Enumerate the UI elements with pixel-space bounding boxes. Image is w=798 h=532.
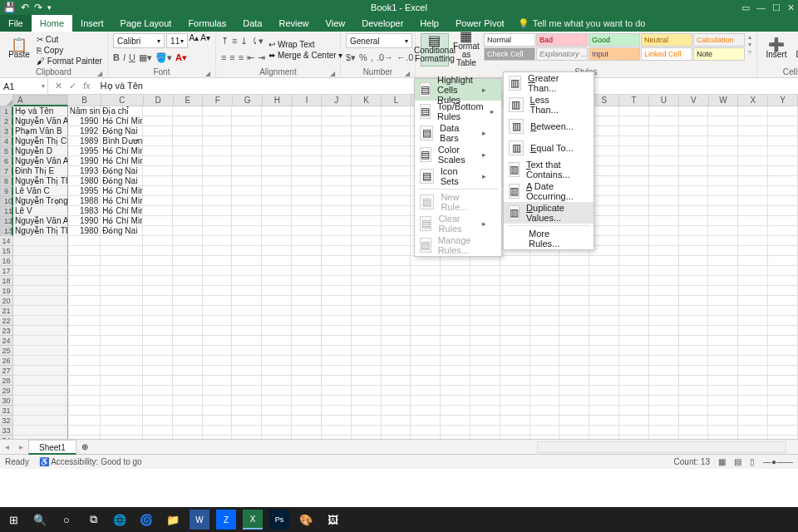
cell-F7[interactable] — [203, 166, 233, 176]
cell-P29[interactable] — [500, 386, 530, 396]
cell-J23[interactable] — [322, 326, 352, 336]
cell-I5[interactable] — [292, 146, 322, 156]
cell-E3[interactable] — [173, 126, 203, 136]
cell-K2[interactable] — [352, 116, 382, 126]
cell-B26[interactable] — [68, 356, 101, 366]
cell-K33[interactable] — [352, 426, 382, 436]
cell-C8[interactable]: Đồng Nai — [101, 176, 143, 186]
cell-R21[interactable] — [559, 306, 589, 316]
cell-S25[interactable] — [589, 346, 619, 356]
cell-D9[interactable] — [143, 186, 173, 196]
cell-F26[interactable] — [203, 356, 233, 366]
cell-X2[interactable] — [738, 116, 768, 126]
cell-C28[interactable] — [101, 376, 143, 386]
cell-Y13[interactable] — [768, 226, 798, 236]
cell-D15[interactable] — [143, 246, 173, 256]
cell-O23[interactable] — [470, 326, 500, 336]
cell-N20[interactable] — [441, 296, 470, 306]
cell-B25[interactable] — [68, 346, 101, 356]
cortana-icon[interactable]: ○ — [57, 510, 76, 530]
menu-item-equal-to-[interactable]: ▥Equal To... — [504, 137, 594, 159]
cell-P25[interactable] — [500, 346, 530, 356]
cell-C32[interactable] — [101, 416, 143, 426]
cell-E1[interactable] — [173, 106, 203, 116]
row-header-18[interactable]: 18 — [0, 276, 13, 286]
style-note[interactable]: Note — [693, 47, 745, 61]
cell-X14[interactable] — [738, 236, 768, 246]
cell-O18[interactable] — [470, 276, 500, 286]
cell-E22[interactable] — [173, 316, 203, 326]
cell-R18[interactable] — [559, 276, 589, 286]
cell-O24[interactable] — [470, 336, 500, 346]
cell-B24[interactable] — [68, 336, 101, 346]
cell-Y6[interactable] — [768, 156, 798, 166]
cell-N17[interactable] — [441, 266, 470, 276]
cell-Q19[interactable] — [530, 286, 560, 296]
cell-K8[interactable] — [352, 176, 382, 186]
style-check-cell[interactable]: Check Cell — [484, 47, 535, 61]
cell-Y10[interactable] — [768, 196, 798, 206]
cell-W25[interactable] — [708, 346, 738, 356]
cell-A4[interactable]: Nguyễn Thị C — [13, 136, 68, 146]
cell-M31[interactable] — [411, 406, 441, 416]
row-header-4[interactable]: 4 — [0, 136, 13, 146]
cell-V22[interactable] — [679, 316, 709, 326]
clipboard-dialog-icon[interactable]: ◢ — [97, 70, 102, 77]
cell-N19[interactable] — [441, 286, 470, 296]
cell-W32[interactable] — [708, 416, 738, 426]
cell-C18[interactable] — [101, 276, 143, 286]
cell-I29[interactable] — [292, 386, 322, 396]
cell-X13[interactable] — [738, 226, 768, 236]
cell-C1[interactable]: Địa chỉ — [101, 106, 143, 116]
cell-X29[interactable] — [738, 386, 768, 396]
cell-Y22[interactable] — [768, 316, 798, 326]
cell-G6[interactable] — [232, 156, 262, 166]
word-icon[interactable]: W — [190, 510, 209, 530]
cell-B15[interactable] — [68, 246, 101, 256]
cell-Q28[interactable] — [530, 376, 560, 386]
cancel-formula-icon[interactable]: ✕ — [55, 81, 62, 91]
cell-U8[interactable] — [649, 176, 679, 186]
tab-data[interactable]: Data — [234, 15, 270, 32]
cell-H20[interactable] — [262, 296, 292, 306]
cell-Q27[interactable] — [530, 366, 560, 376]
cell-E14[interactable] — [173, 236, 203, 246]
cell-Y1[interactable] — [768, 106, 798, 116]
cell-N29[interactable] — [441, 386, 470, 396]
cell-A11[interactable]: Lê V — [13, 206, 68, 216]
cell-E27[interactable] — [173, 366, 203, 376]
cell-W21[interactable] — [708, 306, 738, 316]
cell-X12[interactable] — [738, 216, 768, 226]
cell-D6[interactable] — [143, 156, 173, 166]
name-box[interactable]: A1 — [0, 78, 48, 94]
cell-Y20[interactable] — [768, 296, 798, 306]
inc-decimal-icon[interactable]: .0→ — [377, 52, 393, 62]
styles-scroll-down-icon[interactable]: ▾ — [748, 41, 751, 48]
zalo-icon[interactable]: Z — [216, 510, 236, 530]
cell-N30[interactable] — [441, 396, 470, 406]
cell-H25[interactable] — [262, 346, 292, 356]
cell-X32[interactable] — [738, 416, 768, 426]
cell-J4[interactable] — [322, 136, 352, 146]
cell-O17[interactable] — [470, 266, 500, 276]
cell-W5[interactable] — [708, 146, 738, 156]
number-dialog-icon[interactable]: ◢ — [405, 70, 410, 77]
cell-G9[interactable] — [232, 186, 262, 196]
cell-B22[interactable] — [68, 316, 101, 326]
tab-insert[interactable]: Insert — [72, 15, 112, 32]
horizontal-scrollbar[interactable] — [537, 441, 786, 453]
comma-icon[interactable]: , — [371, 52, 373, 62]
cell-R33[interactable] — [559, 426, 589, 436]
cell-W15[interactable] — [708, 246, 738, 256]
row-header-27[interactable]: 27 — [0, 366, 13, 376]
cell-D26[interactable] — [143, 356, 173, 366]
cell-U28[interactable] — [649, 376, 679, 386]
align-center-icon[interactable]: ≡ — [229, 52, 234, 62]
col-header-V[interactable]: V — [679, 95, 709, 106]
col-header-B[interactable]: B — [68, 95, 101, 106]
cell-U24[interactable] — [649, 336, 679, 346]
row-header-29[interactable]: 29 — [0, 386, 13, 396]
col-header-J[interactable]: J — [322, 95, 352, 106]
cell-K25[interactable] — [352, 346, 382, 356]
cell-J2[interactable] — [322, 116, 352, 126]
